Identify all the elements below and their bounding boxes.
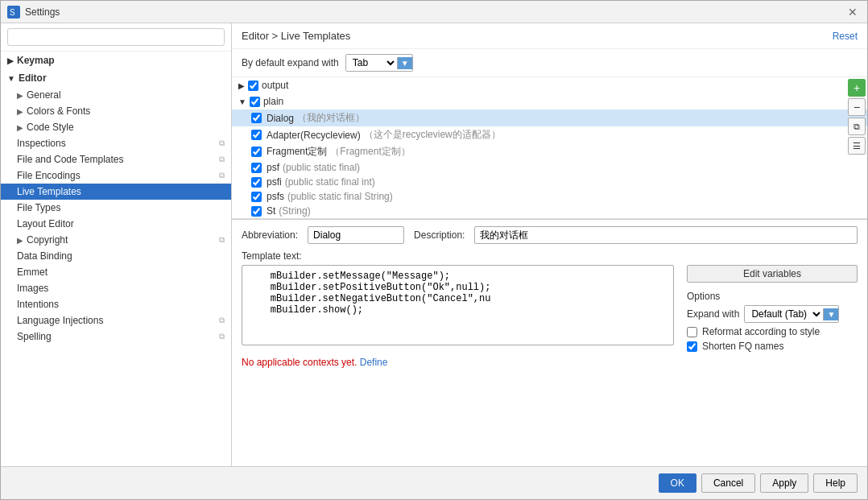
close-button[interactable]: ✕	[845, 4, 861, 20]
template-checkbox-adapter[interactable]	[251, 130, 262, 140]
expand-select[interactable]: Tab Enter Space	[346, 55, 397, 71]
group-checkbox-output[interactable]	[248, 81, 258, 91]
colors-fonts-arrow: ▶	[17, 107, 23, 116]
sidebar-item-file-code-templates[interactable]: File and Code Templates ⧉	[1, 151, 231, 167]
list-side-buttons: + − ⧉ ☰	[848, 79, 866, 155]
main-header: Editor > Live Templates Reset	[232, 23, 867, 49]
sidebar-item-colors-fonts[interactable]: ▶ Colors & Fonts	[1, 103, 231, 119]
template-item-st[interactable]: St (String)	[232, 204, 867, 218]
main-toolbar: By default expand with Tab Enter Space ▼	[232, 49, 867, 77]
group-header-output[interactable]: ▶ output	[232, 77, 867, 93]
sidebar-item-layout-editor[interactable]: Layout Editor	[1, 216, 231, 232]
template-checkbox-fragment[interactable]	[251, 147, 262, 157]
sidebar-item-general[interactable]: ▶ General	[1, 87, 231, 103]
template-textarea[interactable]: mBuilder.setMessage("Message"); mBuilder…	[242, 265, 674, 345]
description-label: Description:	[414, 229, 465, 241]
template-checkbox-psfi[interactable]	[251, 177, 262, 188]
description-input[interactable]	[474, 226, 858, 244]
reset-button[interactable]: Reset	[833, 31, 858, 42]
sidebar-item-intentions[interactable]: Intentions	[1, 296, 231, 312]
expand-dropdown[interactable]: Tab Enter Space ▼	[345, 54, 413, 72]
template-item-psfi[interactable]: psfi (public static final int)	[232, 175, 867, 189]
group-checkbox-plain[interactable]	[250, 97, 260, 107]
sidebar-item-data-binding[interactable]: Data Binding	[1, 248, 231, 264]
sidebar-item-copyright[interactable]: ▶ Copyright ⧉	[1, 232, 231, 248]
options-title: Options	[687, 291, 858, 302]
title-bar: S Settings ✕	[1, 1, 867, 23]
general-arrow: ▶	[17, 91, 23, 100]
dropdown-arrow-icon[interactable]: ▼	[397, 57, 412, 69]
sidebar: ▶ Keymap ▼ Editor ▶ General ▶ Colors & F…	[1, 23, 232, 466]
sidebar-item-label: Images	[17, 283, 48, 294]
footer: OK Cancel Apply Help	[1, 466, 867, 499]
sidebar-item-label: Spelling	[17, 331, 52, 342]
remove-template-button[interactable]: −	[848, 98, 866, 116]
group-header-plain[interactable]: ▼ plain	[232, 93, 867, 110]
keymap-label: Keymap	[17, 55, 55, 66]
template-abbr-psf: psf	[267, 162, 279, 173]
list-template-button[interactable]: ☰	[848, 137, 866, 155]
template-item-adapter[interactable]: Adapter(Recycleview) （这个是recycleview的适配器…	[232, 126, 867, 143]
template-abbr-psfs: psfs	[267, 191, 284, 202]
shorten-row: Shorten FQ names	[687, 341, 858, 352]
help-button[interactable]: Help	[813, 473, 858, 493]
template-abbr-dialog: Dialog	[267, 113, 294, 124]
sidebar-item-inspections[interactable]: Inspections ⧉	[1, 135, 231, 151]
apply-button[interactable]: Apply	[760, 473, 808, 493]
options-expand-row: Expand with Default (Tab) Tab Enter Spac…	[687, 305, 858, 323]
copy-icon: ⧉	[219, 155, 225, 164]
template-text-label: Template text:	[242, 250, 858, 262]
detail-row-abbr: Abbreviation: Description:	[242, 226, 858, 244]
template-item-psf[interactable]: psf (public static final)	[232, 160, 867, 175]
add-template-button[interactable]: +	[848, 79, 866, 97]
define-link[interactable]: Define	[360, 357, 388, 368]
sidebar-item-label: Copyright	[27, 234, 68, 246]
sidebar-item-editor[interactable]: ▼ Editor	[1, 69, 231, 87]
template-abbr-fragment: Fragment定制	[267, 145, 327, 159]
sidebar-item-spelling[interactable]: Spelling ⧉	[1, 329, 231, 345]
group-arrow-icon: ▼	[238, 97, 246, 106]
template-checkbox-dialog[interactable]	[251, 113, 262, 123]
template-item-psfs[interactable]: psfs (public static final String)	[232, 189, 867, 204]
sidebar-item-code-style[interactable]: ▶ Code Style	[1, 119, 231, 135]
template-desc-psf: (public static final)	[283, 162, 360, 173]
abbreviation-input[interactable]	[308, 226, 404, 244]
sidebar-item-keymap[interactable]: ▶ Keymap	[1, 52, 231, 69]
sidebar-item-label: Layout Editor	[17, 218, 74, 229]
detail-panel: Abbreviation: Description: Template text…	[232, 219, 867, 466]
keymap-arrow: ▶	[7, 56, 14, 65]
template-checkbox-psfs[interactable]	[251, 192, 262, 202]
sidebar-item-file-encodings[interactable]: File Encodings ⧉	[1, 167, 231, 184]
sidebar-item-file-types[interactable]: File Types	[1, 200, 231, 216]
template-checkbox-st[interactable]	[251, 206, 262, 217]
template-desc-dialog: （我的对话框）	[297, 111, 365, 125]
edit-variables-button[interactable]: Edit variables	[687, 265, 858, 283]
sidebar-item-label: Inspections	[17, 138, 66, 149]
copy-icon: ⧉	[219, 332, 225, 341]
svg-text:S: S	[10, 8, 15, 17]
sidebar-item-images[interactable]: Images	[1, 280, 231, 296]
cancel-button[interactable]: Cancel	[701, 473, 755, 493]
group-arrow-icon: ▶	[238, 81, 245, 90]
sidebar-item-label: Code Style	[27, 122, 74, 133]
shorten-checkbox[interactable]	[687, 341, 697, 352]
no-context-text: No applicable contexts yet. Define	[242, 357, 858, 368]
options-expand-select[interactable]: Default (Tab) Tab Enter Space	[745, 306, 823, 322]
copy-template-button[interactable]: ⧉	[848, 118, 866, 135]
options-panel: Edit variables Options Expand with Defau…	[680, 265, 858, 352]
template-item-dialog[interactable]: Dialog （我的对话框）	[232, 110, 867, 126]
search-input[interactable]	[7, 28, 225, 46]
template-checkbox-psf[interactable]	[251, 163, 262, 173]
reformat-checkbox[interactable]	[687, 327, 697, 337]
abbreviation-label: Abbreviation:	[242, 229, 298, 241]
sidebar-item-emmet[interactable]: Emmet	[1, 264, 231, 280]
sidebar-item-live-templates[interactable]: Live Templates	[1, 184, 231, 200]
ok-button[interactable]: OK	[659, 473, 696, 493]
sidebar-item-language-injections[interactable]: Language Injections ⧉	[1, 312, 231, 329]
options-expand-dropdown[interactable]: Default (Tab) Tab Enter Space ▼	[744, 305, 839, 323]
template-item-fragment[interactable]: Fragment定制 （Fragment定制）	[232, 143, 867, 160]
settings-window: S Settings ✕ ▶ Keymap ▼ Editor ▶ General	[0, 0, 868, 500]
options-dropdown-arrow-icon[interactable]: ▼	[823, 308, 838, 320]
template-text-area: mBuilder.setMessage("Message"); mBuilder…	[242, 265, 858, 352]
options-expand-label: Expand with	[687, 308, 739, 320]
